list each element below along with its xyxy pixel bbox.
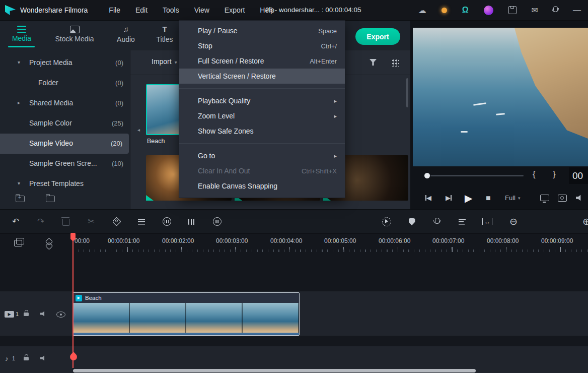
audio-track-number: 1 [12, 355, 15, 361]
render-preview-button[interactable] [378, 210, 395, 233]
mic-icon[interactable] [553, 6, 558, 12]
undo-button[interactable]: ↶ [7, 210, 24, 233]
next-frame-button[interactable]: ▶ [446, 186, 452, 209]
lock-icon[interactable] [24, 313, 29, 316]
clip-filmstrip [74, 303, 299, 333]
view-menu: Play / Pause Space Stop Ctrl+/ Full Scre… [179, 20, 345, 198]
menu-item-vertical-screen-restore[interactable]: Vertical Screen / Restore [179, 69, 345, 84]
eye-visibility-icon[interactable] [56, 312, 65, 318]
adjust-properties-button[interactable] [133, 210, 150, 233]
account-avatar[interactable] [484, 6, 493, 15]
preview-video[interactable] [413, 28, 588, 166]
menu-item-enable-canvas-snapping[interactable]: Enable Canvas Snapping [179, 178, 345, 194]
playhead-line[interactable] [72, 233, 74, 368]
expander-right-icon[interactable]: ▸ [18, 100, 20, 105]
silence-detection-button[interactable] [158, 210, 175, 233]
sidebar-item-sample-color[interactable]: Sample Color (25) [0, 113, 130, 134]
zoom-out-button[interactable]: ⊖ [505, 210, 522, 233]
mail-icon[interactable]: ✉ [532, 6, 538, 15]
split-scissors-button[interactable]: ✂ [83, 210, 100, 233]
stock-media-tab-icon [70, 26, 80, 33]
snapshot-camera-icon[interactable] [558, 186, 567, 209]
expander-down-icon[interactable]: ▾ [18, 59, 20, 65]
zoom-in-button[interactable]: ⊕ [578, 210, 588, 233]
folder-icon[interactable] [46, 196, 55, 202]
voiceover-mic-button[interactable] [428, 210, 446, 233]
text-to-speech-button[interactable] [208, 210, 226, 233]
manage-tracks-icon[interactable] [14, 240, 22, 246]
chevron-down-icon: ▾ [175, 59, 177, 65]
stop-button[interactable]: ■ [486, 186, 491, 209]
lock-icon[interactable] [24, 357, 29, 360]
export-button[interactable]: Export [355, 28, 400, 45]
save-icon[interactable] [508, 6, 517, 14]
sidebar-item-project-media[interactable]: ▾ Project Media (0) [0, 53, 130, 73]
delete-button[interactable] [57, 210, 75, 233]
menu-item-go-to[interactable]: Go to ▸ [179, 148, 345, 163]
support-headset-icon[interactable]: Ω [462, 6, 469, 15]
timeline-clip-beach[interactable]: ▶ Beach [73, 292, 300, 336]
chevron-down-icon: ▾ [518, 196, 521, 201]
mark-in-button[interactable]: { [533, 169, 536, 179]
audio-ducking-button[interactable] [183, 210, 200, 233]
menu-separator [179, 143, 345, 144]
sidebar-item-shared-media[interactable]: ▸ Shared Media (0) [0, 93, 130, 113]
whats-new-bulb-icon[interactable] [442, 8, 447, 13]
clip-audio-strip [74, 333, 299, 335]
menu-tools[interactable]: Tools [163, 6, 179, 14]
playhead-head[interactable] [70, 233, 76, 239]
playback-quality-dropdown[interactable]: Full ▾ [505, 186, 520, 209]
menu-item-stop[interactable]: Stop Ctrl+/ [179, 38, 345, 53]
menu-file[interactable]: File [109, 6, 120, 14]
media-panel-scrollbar[interactable] [406, 78, 408, 107]
ruler-label: 00:00:03:00 [216, 237, 248, 244]
redo-button[interactable]: ↷ [32, 210, 49, 233]
minimize-button[interactable]: — [573, 6, 581, 15]
link-icon[interactable] [45, 238, 53, 246]
menu-item-playback-quality[interactable]: Playback Quality ▸ [179, 93, 345, 108]
grid-view-icon[interactable] [391, 58, 399, 67]
mark-shield-button[interactable] [403, 210, 420, 233]
project-title: 28 - wondershar... : 00:00:04:05 [265, 6, 361, 14]
wave [496, 113, 505, 115]
clip-play-icon: ▶ [76, 295, 82, 301]
marker-tag-button[interactable] [108, 210, 125, 233]
sidebar-item-sample-green-screen[interactable]: Sample Green Scre... (10) [0, 154, 130, 174]
menu-item-play-pause[interactable]: Play / Pause Space [179, 23, 345, 38]
sidebar-item-sample-video[interactable]: Sample Video (20) [0, 134, 129, 154]
menu-view[interactable]: View [194, 6, 209, 14]
menu-item-show-safe-zones[interactable]: Show Safe Zones [179, 123, 345, 139]
menu-edit[interactable]: Edit [135, 6, 148, 14]
ruler-label: 00:00:08:00 [487, 237, 519, 244]
volume-speaker-icon[interactable] [576, 186, 583, 209]
audio-mixer-button[interactable] [454, 210, 471, 233]
play-button[interactable]: ▶ [465, 186, 472, 209]
import-button[interactable]: Import▾ [152, 57, 177, 66]
tab-audio[interactable]: ♫ Audio [112, 25, 140, 43]
preview-scrubber-handle[interactable] [424, 173, 430, 178]
preview-cliff [413, 28, 588, 166]
ruler-label: 00:00 [75, 237, 90, 244]
menu-item-full-screen-restore[interactable]: Full Screen / Restore Alt+Enter [179, 53, 345, 69]
previous-frame-button[interactable]: ◀ [425, 186, 431, 209]
tab-media[interactable]: Media [7, 25, 36, 42]
tab-stock-media[interactable]: Stock Media [49, 25, 100, 43]
menu-export[interactable]: Export [225, 6, 245, 14]
sidebar-item-preset-templates[interactable]: ▾ Preset Templates [0, 174, 130, 194]
menu-item-zoom-level[interactable]: Zoom Level ▸ [179, 108, 345, 123]
preview-scrubber-track[interactable] [430, 175, 524, 176]
tab-titles[interactable]: T Titles [152, 25, 177, 43]
titlebar-icons: ☁ Ω ✉ — [418, 0, 581, 20]
collapse-panel-icon[interactable]: ◂ [137, 127, 140, 133]
ruler-label: 00:00:09:00 [541, 237, 573, 244]
timeline-horizontal-scrollbar[interactable] [73, 369, 476, 372]
new-folder-icon[interactable] [16, 196, 25, 202]
filter-icon[interactable] [370, 59, 377, 66]
ruler-label: 00:00:02:00 [162, 237, 194, 244]
auto-ripple-button[interactable]: ↔ [479, 210, 496, 233]
mark-out-button[interactable]: } [553, 169, 556, 179]
expander-down-icon[interactable]: ▾ [18, 180, 20, 186]
cloud-icon[interactable]: ☁ [418, 6, 426, 15]
sidebar-item-folder[interactable]: Folder (0) [0, 73, 130, 93]
fit-screen-icon[interactable] [540, 186, 549, 209]
